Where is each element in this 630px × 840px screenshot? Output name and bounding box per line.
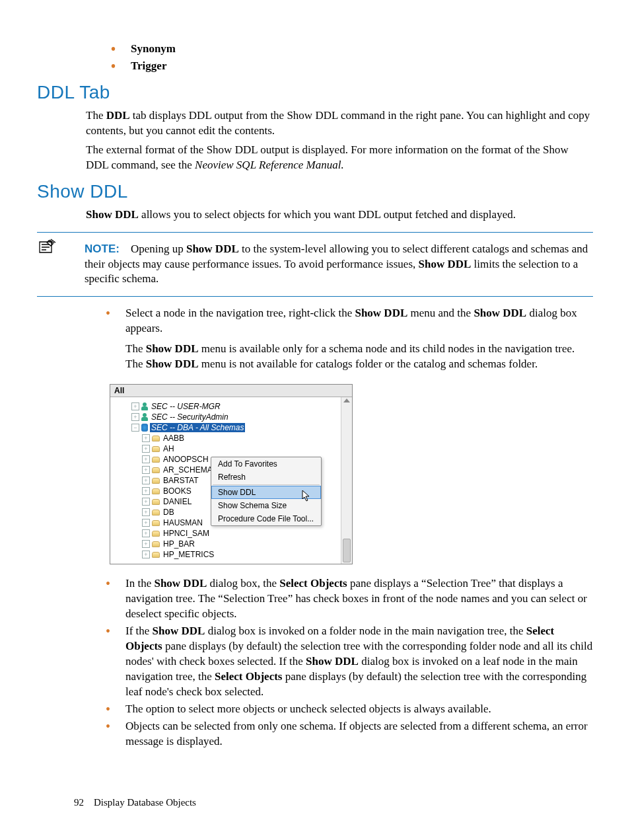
tree-row[interactable]: +AH xyxy=(113,443,338,454)
schema-icon xyxy=(152,457,160,463)
ctx-refresh[interactable]: Refresh xyxy=(211,471,321,484)
schema-icon xyxy=(152,552,160,558)
text: menu is not available for catalogs folde… xyxy=(199,358,538,370)
note-icon xyxy=(37,238,61,259)
tree-label[interactable]: HAUSMAN xyxy=(162,518,204,527)
ddl-tab-p2: The external format of the Show DDL outp… xyxy=(86,143,593,173)
intro-bullet-list: Synonym Trigger xyxy=(111,42,593,74)
expander-icon[interactable]: + xyxy=(142,445,150,453)
ddl-tab-p1: The DDL tab displays DDL output from the… xyxy=(86,108,593,139)
text-bold: Show DDL xyxy=(146,342,199,355)
scrollbar[interactable] xyxy=(341,397,352,564)
schema-icon xyxy=(152,467,160,473)
text: dialog box, the xyxy=(207,577,279,590)
tree-row[interactable]: +HP_METRICS xyxy=(113,549,338,560)
ctx-procedure-tool[interactable]: Procedure Code File Tool... xyxy=(211,512,321,525)
tree-label[interactable]: SEC -- DBA - All Schemas xyxy=(150,423,245,432)
tree-label[interactable]: SEC -- SecurityAdmin xyxy=(150,412,230,422)
expander-icon[interactable]: + xyxy=(142,540,150,548)
page-footer: 92 Display Database Objects xyxy=(74,797,196,808)
schema-icon xyxy=(152,510,160,515)
text: tab displays DDL output from the Show DD… xyxy=(86,109,590,137)
text-bold: Show DDL xyxy=(153,625,205,637)
expander-icon[interactable]: + xyxy=(142,487,150,495)
expander-icon[interactable]: + xyxy=(142,519,150,527)
bullet-select-objects-pane: In the Show DDL dialog box, the Select O… xyxy=(106,576,593,622)
tree-label[interactable]: BOOKS xyxy=(162,486,193,496)
user-icon xyxy=(141,402,148,410)
tree-label[interactable]: AABB xyxy=(162,434,186,443)
expander-icon[interactable]: + xyxy=(142,434,150,442)
tree-label[interactable]: ANOOPSCH xyxy=(162,455,210,464)
text: Select a node in the navigation tree, ri… xyxy=(125,307,355,319)
text: dialog box is invoked on a folder node i… xyxy=(205,625,526,637)
text-bold: Show DDL xyxy=(186,243,239,255)
ctx-add-favorites[interactable]: Add To Favorites xyxy=(211,457,321,471)
cursor-icon xyxy=(302,490,312,503)
expander-icon[interactable]: + xyxy=(142,477,150,484)
schema-icon xyxy=(152,531,160,537)
tree-row[interactable]: +SEC -- USER-MGR xyxy=(113,401,338,412)
expander-icon[interactable]: + xyxy=(131,402,139,410)
tree-row[interactable]: −SEC -- DBA - All Schemas xyxy=(113,422,338,433)
expander-icon[interactable]: + xyxy=(142,466,150,474)
schema-icon xyxy=(152,478,160,484)
heading-ddl-tab: DDL Tab xyxy=(37,82,593,103)
tree-label[interactable]: SEC -- USER-MGR xyxy=(150,402,222,411)
page-number: 92 xyxy=(74,797,84,808)
text-bold: Show DDL xyxy=(154,577,207,590)
text: The xyxy=(86,109,106,122)
bullet-list-1: Select a node in the navigation tree, ri… xyxy=(106,306,593,372)
tree-label[interactable]: HP_METRICS xyxy=(162,550,215,559)
note-label: NOTE: xyxy=(85,243,120,255)
bullet-select-node: Select a node in the navigation tree, ri… xyxy=(106,306,593,372)
schema-icon xyxy=(152,520,160,526)
expander-icon[interactable]: + xyxy=(142,455,150,463)
expander-icon[interactable]: + xyxy=(142,498,150,506)
tab-all[interactable]: All xyxy=(110,385,352,397)
schema-icon xyxy=(152,541,160,547)
text-bold: DDL xyxy=(106,109,130,122)
text-bold: Show DDL xyxy=(306,655,359,668)
schema-icon xyxy=(152,446,160,452)
note-block: NOTE: Opening up Show DDL to the system-… xyxy=(37,232,593,297)
text-bold: Show DDL xyxy=(146,358,199,370)
expander-icon[interactable]: + xyxy=(131,413,139,421)
tree-label[interactable]: DANIEL xyxy=(162,497,193,506)
tree-label[interactable]: HPNCI_SAM xyxy=(162,529,211,538)
database-icon xyxy=(141,424,148,432)
text: In the xyxy=(125,577,154,590)
tree-panel: All +SEC -- USER-MGR+SEC -- SecurityAdmi… xyxy=(110,384,353,564)
text-bold: Show DDL xyxy=(355,307,407,319)
expander-icon[interactable]: + xyxy=(142,508,150,516)
text: allows you to select objects for which y… xyxy=(139,208,516,221)
expander-icon[interactable]: + xyxy=(142,551,150,558)
tree-label[interactable]: HP_BAR xyxy=(162,539,196,549)
bullet-option-available: The option to select more objects or unc… xyxy=(106,702,593,717)
tree-label[interactable]: BARSTAT xyxy=(162,476,200,485)
bullet-synonym: Synonym xyxy=(111,42,593,57)
scroll-thumb[interactable] xyxy=(343,539,351,562)
text-bold: Show DDL xyxy=(473,307,526,319)
tree-label[interactable]: AH xyxy=(162,444,176,453)
text: menu and the xyxy=(407,307,473,319)
tree-body[interactable]: +SEC -- USER-MGR+SEC -- SecurityAdmin−SE… xyxy=(110,397,341,564)
tree-row[interactable]: +SEC -- SecurityAdmin xyxy=(113,412,338,422)
tree-row[interactable]: +AABB xyxy=(113,433,338,443)
tree-row[interactable]: +HP_BAR xyxy=(113,539,338,549)
tree-label[interactable]: DB xyxy=(162,508,176,517)
tree-row[interactable]: +HPNCI_SAM xyxy=(113,528,338,539)
scroll-up-icon[interactable] xyxy=(343,399,350,402)
text: If the xyxy=(125,625,153,637)
tree-label[interactable]: AR_SCHEMA xyxy=(162,465,214,475)
expander-icon[interactable]: + xyxy=(142,529,150,537)
heading-show-ddl: Show DDL xyxy=(37,181,593,202)
show-ddl-intro: Show DDL allows you to select objects fo… xyxy=(86,208,593,223)
text: Opening up xyxy=(131,243,186,255)
text-bold: Select Objects xyxy=(279,577,347,590)
expander-icon[interactable]: − xyxy=(131,424,139,432)
footer-title: Display Database Objects xyxy=(94,797,196,808)
bullet-select-node-detail: The Show DDL menu is available only for … xyxy=(125,342,593,372)
schema-icon xyxy=(152,499,160,505)
user-icon xyxy=(141,413,148,421)
